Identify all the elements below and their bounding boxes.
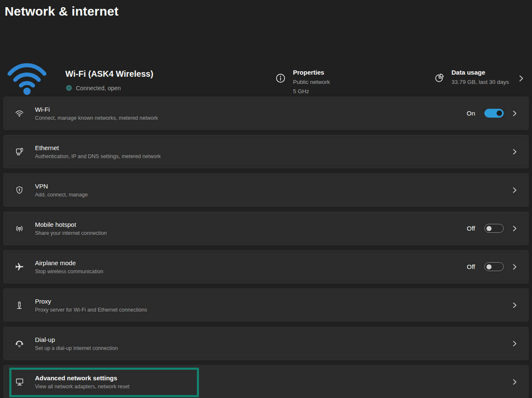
info-icon <box>275 73 286 94</box>
data-usage-title: Data usage <box>451 69 509 76</box>
chevron-right-icon <box>512 302 517 309</box>
properties-block[interactable]: Properties Public network 5 GHz <box>275 69 330 94</box>
settings-row-wifi[interactable]: Wi-Fi Connect, manage known networks, me… <box>3 97 529 130</box>
wifi-hero-section: Wi-Fi (ASK4 Wireless) Connected, open P <box>0 25 532 89</box>
airplane-icon <box>14 262 25 272</box>
data-usage-block[interactable]: Data usage 33.79 GB, last 30 days <box>433 69 509 85</box>
wifi-network-title: Wi-Fi (ASK4 Wireless) <box>65 69 153 79</box>
wifi-toggle[interactable] <box>484 109 504 118</box>
proxy-icon <box>14 301 25 310</box>
vpn-shield-icon <box>14 186 25 195</box>
connection-status: Connected, open <box>76 85 121 91</box>
toggle-state-label: Off <box>467 225 475 232</box>
settings-row-dialup[interactable]: Dial-up Set up a dial-up internet connec… <box>3 327 529 360</box>
chevron-right-icon <box>512 340 517 347</box>
settings-row-mobile-hotspot[interactable]: Mobile hotspot Share your internet conne… <box>3 212 529 245</box>
row-title: Dial-up <box>35 336 512 343</box>
chevron-right-icon <box>512 225 517 232</box>
page-title: Network & internet <box>5 4 118 19</box>
dialup-icon <box>14 339 25 349</box>
chevron-right-icon <box>519 75 524 82</box>
row-subtitle: Connect, manage known networks, metered … <box>35 115 467 121</box>
toggle-state-label: Off <box>467 263 475 270</box>
settings-row-ethernet[interactable]: Ethernet Authentication, IP and DNS sett… <box>3 135 529 168</box>
wifi-hero-icon <box>4 55 50 100</box>
row-title: Proxy <box>35 298 512 305</box>
row-subtitle: Proxy server for Wi-Fi and Ethernet conn… <box>35 307 512 313</box>
chevron-right-icon <box>512 110 517 117</box>
settings-list: Wi-Fi Connect, manage known networks, me… <box>3 97 529 398</box>
row-subtitle: Authentication, IP and DNS settings, met… <box>35 153 512 159</box>
properties-network-type: Public network <box>293 79 330 85</box>
row-title: Advanced network settings <box>35 374 512 382</box>
mobile-hotspot-toggle[interactable] <box>484 224 504 233</box>
settings-row-proxy[interactable]: Proxy Proxy server for Wi-Fi and Etherne… <box>3 288 529 322</box>
data-usage-amount: 33.79 GB, last 30 days <box>451 79 509 85</box>
settings-row-advanced-network-settings[interactable]: Advanced network settings View all netwo… <box>3 365 529 398</box>
row-subtitle: Add, connect, manage <box>35 192 512 198</box>
chevron-right-icon <box>512 379 517 385</box>
row-title: Mobile hotspot <box>35 221 467 228</box>
chevron-right-icon <box>512 187 517 194</box>
row-subtitle: Share your internet connection <box>35 230 467 236</box>
connected-globe-icon <box>65 84 73 91</box>
row-title: VPN <box>35 183 512 190</box>
row-subtitle: Set up a dial-up internet connection <box>35 345 512 351</box>
properties-band: 5 GHz <box>293 88 330 94</box>
row-subtitle: Stop wireless communication <box>35 269 467 274</box>
row-title: Ethernet <box>35 144 512 151</box>
pie-chart-icon <box>433 73 445 85</box>
chevron-right-icon <box>512 148 517 155</box>
ethernet-icon <box>14 147 25 156</box>
settings-row-airplane-mode[interactable]: Airplane mode Stop wireless communicatio… <box>3 250 529 283</box>
row-title: Airplane mode <box>35 259 467 266</box>
row-subtitle: View all network adapters, network reset <box>35 384 512 390</box>
chevron-right-icon <box>512 264 517 270</box>
mobile-hotspot-icon <box>14 223 25 234</box>
toggle-state-label: On <box>467 110 475 117</box>
airplane-mode-toggle[interactable] <box>484 262 504 271</box>
wifi-icon <box>14 109 25 118</box>
properties-title: Properties <box>293 69 330 76</box>
settings-row-vpn[interactable]: VPN Add, connect, manage <box>3 173 529 207</box>
advanced-network-icon <box>14 377 25 387</box>
row-title: Wi-Fi <box>35 106 467 113</box>
